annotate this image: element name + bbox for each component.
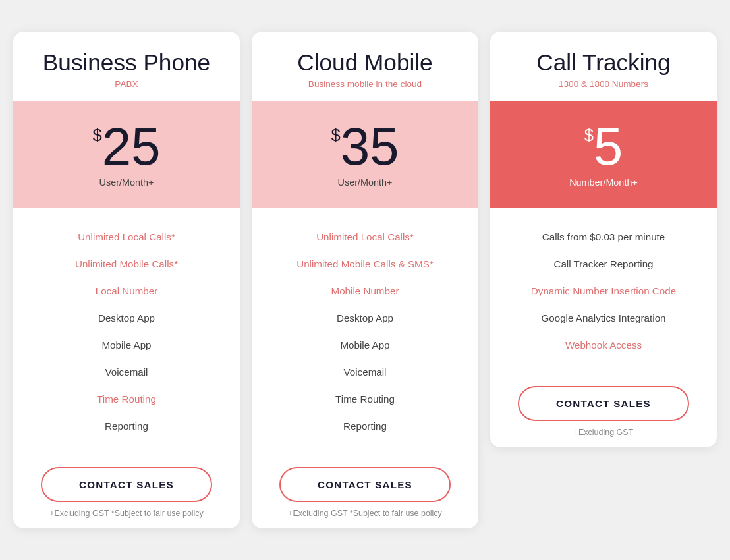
card-footer: CONTACT SALES+Excluding GST (490, 374, 717, 447)
contact-sales-button[interactable]: CONTACT SALES (279, 467, 451, 502)
feature-item: Local Number (24, 277, 229, 304)
card-subtitle: 1300 & 1800 Numbers (503, 79, 704, 89)
feature-item: Dynamic Number Insertion Code (501, 277, 706, 304)
price-period: User/Month+ (99, 177, 154, 188)
card-header: Call Tracking1300 & 1800 Numbers (490, 32, 717, 101)
card-title: Business Phone (26, 50, 227, 76)
features-list: Unlimited Local Calls*Unlimited Mobile C… (252, 208, 478, 455)
price-currency: $ (92, 127, 101, 144)
feature-item: Calls from $0.03 per minute (501, 223, 706, 250)
price-display: $35 (331, 121, 399, 173)
pricing-card-call-tracking: Call Tracking1300 & 1800 Numbers$5Number… (490, 32, 717, 448)
feature-item: Voicemail (24, 358, 229, 385)
feature-item: Unlimited Mobile Calls & SMS* (262, 250, 468, 277)
feature-item: Desktop App (24, 304, 229, 331)
price-display: $25 (92, 121, 160, 173)
footer-note: +Excluding GST *Subject to fair use poli… (288, 509, 442, 518)
contact-sales-button[interactable]: CONTACT SALES (518, 386, 689, 421)
price-block: $25User/Month+ (13, 101, 240, 208)
price-display: $5 (584, 121, 623, 173)
feature-item: Time Routing (24, 385, 229, 412)
feature-item: Reporting (24, 412, 229, 439)
features-list: Calls from $0.03 per minuteCall Tracker … (490, 208, 717, 374)
price-amount: 35 (341, 121, 399, 173)
card-header: Cloud MobileBusiness mobile in the cloud (252, 32, 478, 101)
features-list: Unlimited Local Calls*Unlimited Mobile C… (13, 208, 240, 455)
feature-item: Unlimited Local Calls* (262, 223, 468, 250)
price-block: $5Number/Month+ (490, 101, 717, 208)
footer-note: +Excluding GST *Subject to fair use poli… (49, 509, 204, 518)
price-period: Number/Month+ (569, 177, 638, 188)
feature-item: Voicemail (262, 358, 468, 385)
contact-sales-button[interactable]: CONTACT SALES (41, 467, 212, 502)
price-currency: $ (584, 127, 594, 144)
card-subtitle: Business mobile in the cloud (265, 79, 465, 89)
feature-item: Google Analytics Integration (501, 304, 706, 331)
card-title: Cloud Mobile (265, 50, 465, 76)
card-title: Call Tracking (503, 50, 704, 76)
feature-item: Webhook Access (501, 331, 706, 358)
feature-item: Unlimited Local Calls* (24, 223, 229, 250)
price-currency: $ (331, 127, 340, 144)
price-amount: 5 (594, 121, 623, 173)
feature-item: Mobile App (24, 331, 229, 358)
price-amount: 25 (102, 121, 161, 173)
price-block: $35User/Month+ (252, 101, 478, 208)
pricing-container: Business PhonePABX$25User/Month+Unlimite… (13, 32, 717, 529)
feature-item: Desktop App (262, 304, 468, 331)
card-header: Business PhonePABX (13, 32, 240, 101)
card-subtitle: PABX (26, 79, 227, 89)
feature-item: Unlimited Mobile Calls* (24, 250, 229, 277)
footer-note: +Excluding GST (574, 428, 633, 437)
pricing-card-cloud-mobile: Cloud MobileBusiness mobile in the cloud… (252, 32, 478, 529)
feature-item: Mobile App (262, 331, 468, 358)
card-footer: CONTACT SALES+Excluding GST *Subject to … (13, 455, 240, 528)
feature-item: Mobile Number (262, 277, 468, 304)
feature-item: Time Routing (262, 385, 468, 412)
price-period: User/Month+ (338, 177, 393, 188)
feature-item: Call Tracker Reporting (501, 250, 706, 277)
card-footer: CONTACT SALES+Excluding GST *Subject to … (252, 455, 478, 528)
feature-item: Reporting (262, 412, 468, 439)
pricing-card-business-phone: Business PhonePABX$25User/Month+Unlimite… (13, 32, 240, 529)
